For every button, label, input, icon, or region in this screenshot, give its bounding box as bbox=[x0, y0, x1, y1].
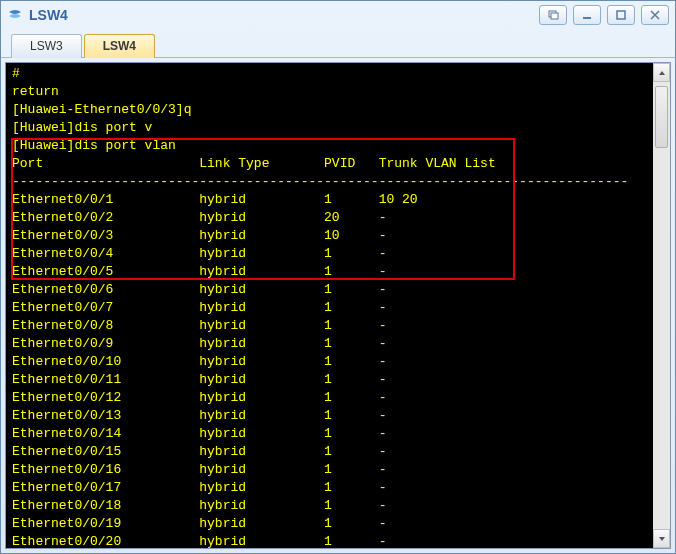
restore-down-button[interactable] bbox=[539, 5, 567, 25]
tab-lsw3[interactable]: LSW3 bbox=[11, 34, 82, 58]
window-title: LSW4 bbox=[29, 7, 533, 23]
svg-rect-2 bbox=[583, 17, 591, 19]
tab-label: LSW4 bbox=[103, 39, 136, 53]
tabstrip: LSW3 LSW4 bbox=[1, 29, 675, 58]
scrollbar-thumb[interactable] bbox=[655, 86, 668, 148]
terminal-wrap: # return [Huawei-Ethernet0/0/3]q [Huawei… bbox=[5, 62, 671, 549]
svg-rect-1 bbox=[551, 13, 558, 19]
app-window: LSW4 LSW3 LSW4 # return [Huawei-Ethernet… bbox=[0, 0, 676, 554]
svg-rect-3 bbox=[617, 11, 625, 19]
maximize-button[interactable] bbox=[607, 5, 635, 25]
terminal[interactable]: # return [Huawei-Ethernet0/0/3]q [Huawei… bbox=[6, 63, 653, 548]
app-icon bbox=[7, 7, 23, 23]
tab-label: LSW3 bbox=[30, 39, 63, 53]
minimize-button[interactable] bbox=[573, 5, 601, 25]
scroll-down-button[interactable] bbox=[653, 529, 670, 548]
titlebar: LSW4 bbox=[1, 1, 675, 29]
close-button[interactable] bbox=[641, 5, 669, 25]
scrollbar bbox=[653, 63, 670, 548]
scrollbar-track[interactable] bbox=[653, 82, 670, 529]
scroll-up-button[interactable] bbox=[653, 63, 670, 82]
tab-lsw4[interactable]: LSW4 bbox=[84, 34, 155, 58]
